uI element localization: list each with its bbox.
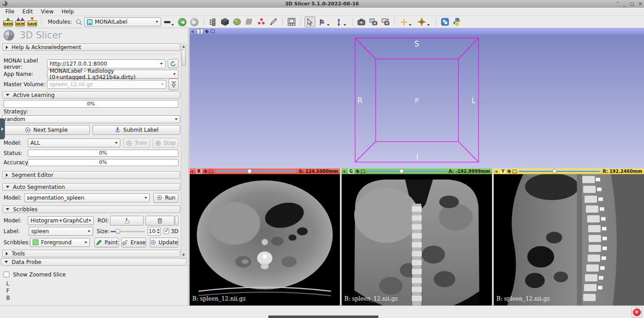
server-combobox[interactable]: http://127.0.0.1:8000 <box>47 59 165 68</box>
autoseg-model-combobox[interactable]: segmentation_spleen <box>24 193 150 202</box>
show-zoomed-slice-checkbox[interactable] <box>4 272 9 277</box>
pin-icon[interactable] <box>191 30 195 33</box>
markups-module-icon[interactable]: ✱✱✱ <box>256 17 267 27</box>
place-point-mode-button[interactable] <box>317 17 332 27</box>
close-window-button[interactable]: ✕ <box>639 1 642 6</box>
volume-rendering-icon[interactable] <box>220 17 230 27</box>
app-name-combobox[interactable]: MONAILabel - Radiology (0+untagged.1.g34… <box>47 70 178 79</box>
al-model-combobox[interactable]: ALL <box>28 138 120 147</box>
place-roi-button[interactable] <box>110 216 144 226</box>
scrollbar-thumb[interactable] <box>182 50 186 66</box>
maximize-view-icon[interactable] <box>513 170 517 173</box>
save-data-button[interactable]: SAVE <box>27 17 38 27</box>
yellow-slice-controller-bar[interactable]: Y R: 192.2460mm <box>494 168 644 174</box>
red-slice-controller-bar[interactable]: R S: 124.5000mm <box>190 168 340 174</box>
module-selector-combobox[interactable]: M MONAILabel <box>84 17 161 26</box>
menu-edit[interactable]: Edit <box>19 8 36 15</box>
tools-header[interactable]: Tools <box>2 250 180 257</box>
screenshot-button[interactable] <box>356 17 367 27</box>
crosshair-button[interactable] <box>398 17 414 27</box>
delete-roi-button[interactable] <box>145 216 174 226</box>
menubar: File Edit View Help <box>0 8 644 16</box>
refresh-server-button[interactable] <box>168 59 178 68</box>
menu-view[interactable]: View <box>37 8 57 15</box>
maximize-view-icon[interactable] <box>211 29 215 33</box>
shade-window-button[interactable]: ˄ <box>616 1 619 6</box>
roi-dropdown-button[interactable] <box>175 216 178 226</box>
label-combobox[interactable]: spleen <box>29 227 93 236</box>
module-history-button[interactable] <box>162 17 176 27</box>
paint-button[interactable]: Paint <box>94 238 119 247</box>
pin-icon[interactable] <box>343 170 347 173</box>
maximize-button[interactable]: □ <box>630 1 634 6</box>
data-probe-header[interactable]: Data Probe <box>1 258 186 266</box>
next-sample-button[interactable]: Next Sample <box>2 125 90 135</box>
transforms-module-icon[interactable] <box>244 17 254 27</box>
menu-file[interactable]: File <box>2 8 18 15</box>
erase-button[interactable]: Erase <box>121 238 146 247</box>
size-spinbox[interactable]: 10 <box>148 227 161 236</box>
threed-checkbox[interactable] <box>164 228 169 234</box>
python-console-button[interactable] <box>452 17 462 27</box>
scribbles-header[interactable]: Scribbles <box>2 205 180 213</box>
segment-editor-header[interactable]: Segment Editor <box>2 171 180 179</box>
maximize-view-icon[interactable] <box>209 170 213 173</box>
size-slider[interactable] <box>110 228 145 235</box>
auto-segmentation-header[interactable]: Auto Segmentation <box>2 183 180 191</box>
menu-help[interactable]: Help <box>58 8 77 15</box>
red-slice-slider[interactable] <box>214 168 297 174</box>
module-forward-button[interactable]: ▶ <box>189 17 200 27</box>
scribbles-type-combobox[interactable]: Foreground <box>30 238 90 247</box>
scribbles-type-value: Foreground <box>41 239 72 246</box>
view-options-gear-icon[interactable] <box>205 29 209 33</box>
window-titlebar[interactable]: 3D Slicer 5.1.0-2022-08-16 ˄ _ □ ✕ <box>0 0 644 8</box>
minimize-button[interactable]: _ <box>623 1 625 6</box>
models-module-icon[interactable] <box>232 17 242 27</box>
maximize-view-icon[interactable] <box>361 170 365 173</box>
view-options-gear-icon[interactable] <box>507 169 511 173</box>
pin-icon[interactable] <box>191 170 195 173</box>
erase-icon <box>122 239 128 246</box>
update-button[interactable]: Update <box>150 238 178 247</box>
module-back-button[interactable]: ◀ <box>177 17 188 27</box>
load-data-button[interactable]: DATA <box>3 17 13 27</box>
main-toolbar: DATA DCM SAVE Modules: M MONAILabel ◀ ▶ <box>0 16 644 28</box>
threed-view-controller-bar[interactable]: 1 <box>190 28 644 34</box>
strategy-combobox[interactable]: random <box>2 115 180 123</box>
annotations-module-icon[interactable] <box>268 17 279 27</box>
size-label: Size: <box>97 228 110 234</box>
yellow-slice-slider[interactable] <box>518 168 601 174</box>
layout-selector-icon[interactable] <box>286 17 297 27</box>
upload-volume-button[interactable] <box>169 79 178 90</box>
subject-hierarchy-icon[interactable] <box>208 17 218 27</box>
green-slice-slider[interactable] <box>366 168 447 174</box>
mouse-interaction-mode-button[interactable] <box>305 17 315 27</box>
red-slice-viewport[interactable]: B: spleen_12.nii.gz <box>190 174 340 305</box>
module-search-icon[interactable] <box>75 18 83 26</box>
help-acknowledgement-header[interactable]: Help & Acknowledgement <box>2 43 180 51</box>
probe-row-f: F <box>6 288 9 294</box>
active-learning-header[interactable]: Active Learning <box>2 91 180 99</box>
train-button[interactable]: Train <box>123 138 150 148</box>
scene-view-restore-button[interactable] <box>380 17 391 27</box>
roi-label: ROI: <box>97 218 110 224</box>
threed-viewport[interactable]: S R P L I <box>190 34 644 168</box>
extensions-manager-button[interactable] <box>440 17 450 27</box>
panel-scrollbar[interactable]: ▲ ▼ <box>181 43 186 258</box>
slice-intersections-button[interactable] <box>415 17 432 27</box>
yellow-slice-viewport[interactable]: B: spleen_12.nii.gz <box>494 174 644 305</box>
pin-icon[interactable] <box>495 170 499 173</box>
view-options-gear-icon[interactable] <box>356 169 360 173</box>
adjust-view-button[interactable] <box>333 17 348 27</box>
green-slice-controller-bar[interactable]: G A: -192.9999mm <box>342 168 492 174</box>
scene-view-capture-button[interactable] <box>368 17 379 27</box>
panel-collapse-handle[interactable] <box>0 118 5 139</box>
error-log-button[interactable]: ✕ <box>631 307 642 318</box>
load-dicom-button[interactable]: DCM <box>15 17 25 27</box>
run-button[interactable]: Run <box>153 193 178 203</box>
scribbles-model-combobox[interactable]: Histogram+GraphCut <box>28 216 94 225</box>
submit-label-button[interactable]: Submit Label <box>93 125 180 135</box>
stop-button[interactable]: Stop <box>153 138 178 148</box>
green-slice-viewport[interactable]: B: spleen_12.nii.gz <box>342 174 492 305</box>
view-options-gear-icon[interactable] <box>203 169 208 173</box>
